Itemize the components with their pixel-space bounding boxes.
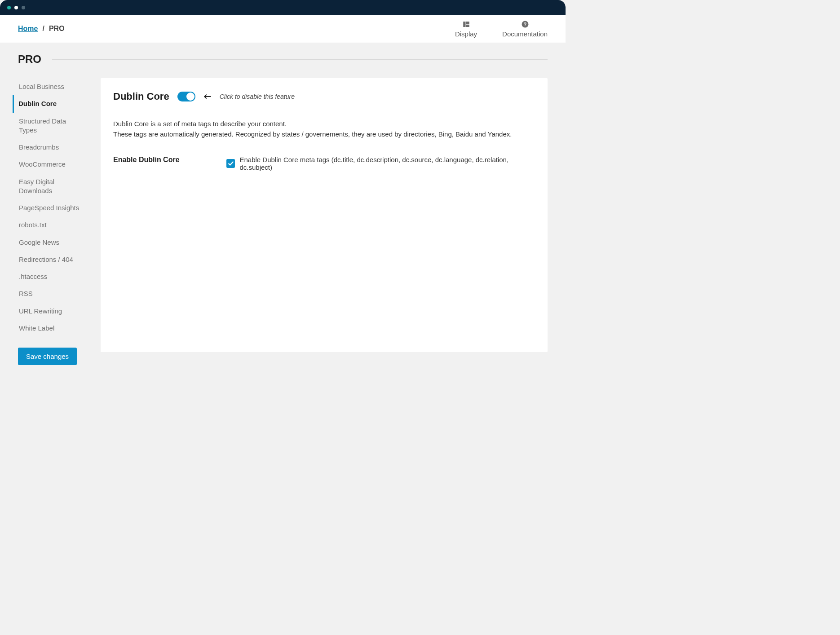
sidebar-nav: Local BusinessDublin CoreStructured Data…	[18, 78, 86, 337]
display-action[interactable]: Display	[455, 20, 477, 38]
svg-rect-0	[463, 22, 465, 27]
panel-title: Dublin Core	[113, 91, 169, 102]
sidebar-item-9[interactable]: Redirections / 404	[18, 251, 86, 268]
page-title-section: PRO	[0, 43, 566, 66]
option-label: Enable Dublin Core	[113, 156, 194, 164]
display-label: Display	[455, 30, 477, 38]
page-title-text: PRO	[18, 53, 41, 66]
sidebar-item-5[interactable]: Easy Digital Downloads	[18, 173, 86, 200]
traffic-light-close[interactable]	[7, 6, 11, 9]
breadcrumb: Home / PRO	[18, 25, 65, 33]
sidebar-column: Local BusinessDublin CoreStructured Data…	[18, 78, 86, 365]
toggle-hint: Click to disable this feature	[220, 93, 295, 100]
content-row: Local BusinessDublin CoreStructured Data…	[0, 66, 566, 378]
sidebar-item-2[interactable]: Structured Data Types	[18, 113, 86, 139]
traffic-light-zoom[interactable]	[22, 6, 25, 9]
traffic-light-minimize[interactable]	[14, 6, 18, 9]
documentation-action[interactable]: ? Documentation	[502, 20, 548, 38]
svg-text:?: ?	[523, 21, 526, 26]
option-text: Enable Dublin Core meta tags (dc.title, …	[239, 156, 535, 171]
breadcrumb-home-link[interactable]: Home	[18, 25, 38, 33]
toggle-knob	[186, 93, 195, 101]
sidebar-item-7[interactable]: robots.txt	[18, 216, 86, 234]
enable-checkbox[interactable]	[226, 159, 235, 168]
sidebar-item-11[interactable]: RSS	[18, 285, 86, 302]
window-titlebar	[0, 0, 566, 15]
documentation-label: Documentation	[502, 30, 548, 38]
save-changes-button[interactable]: Save changes	[18, 348, 77, 365]
svg-rect-2	[466, 24, 469, 26]
sidebar-item-4[interactable]: WooCommerce	[18, 156, 86, 173]
question-icon: ?	[521, 20, 529, 28]
option-control: Enable Dublin Core meta tags (dc.title, …	[226, 156, 535, 171]
breadcrumb-separator: /	[42, 25, 44, 33]
page-header: Home / PRO Display ? Documentation	[0, 15, 566, 43]
display-icon	[462, 20, 470, 28]
sidebar-item-10[interactable]: .htaccess	[18, 268, 86, 285]
check-icon	[228, 160, 234, 167]
sidebar-item-8[interactable]: Google News	[18, 234, 86, 251]
page-title: PRO	[18, 53, 548, 66]
sidebar-item-6[interactable]: PageSpeed Insights	[18, 199, 86, 216]
settings-panel: Dublin Core Click to disable this featur…	[101, 78, 548, 352]
header-actions: Display ? Documentation	[455, 20, 548, 38]
sidebar-item-0[interactable]: Local Business	[18, 78, 86, 95]
panel-description: Dublin Core is a set of meta tags to des…	[113, 119, 535, 140]
desc-line-2: These tags are automatically generated. …	[113, 129, 535, 139]
arrow-left-icon	[203, 93, 212, 100]
sidebar-item-1[interactable]: Dublin Core	[13, 95, 86, 112]
svg-rect-1	[466, 22, 469, 24]
feature-toggle[interactable]	[177, 92, 195, 101]
page-title-divider	[52, 59, 548, 60]
sidebar-item-13[interactable]: White Label	[18, 320, 86, 337]
panel-header: Dublin Core Click to disable this featur…	[113, 91, 535, 102]
sidebar-item-3[interactable]: Breadcrumbs	[18, 139, 86, 156]
app-window: Home / PRO Display ? Documentation PRO	[0, 0, 566, 428]
breadcrumb-current: PRO	[49, 25, 65, 33]
sidebar-item-12[interactable]: URL Rewriting	[18, 303, 86, 320]
option-row: Enable Dublin Core Enable Dublin Core me…	[113, 156, 535, 171]
desc-line-1: Dublin Core is a set of meta tags to des…	[113, 119, 535, 129]
